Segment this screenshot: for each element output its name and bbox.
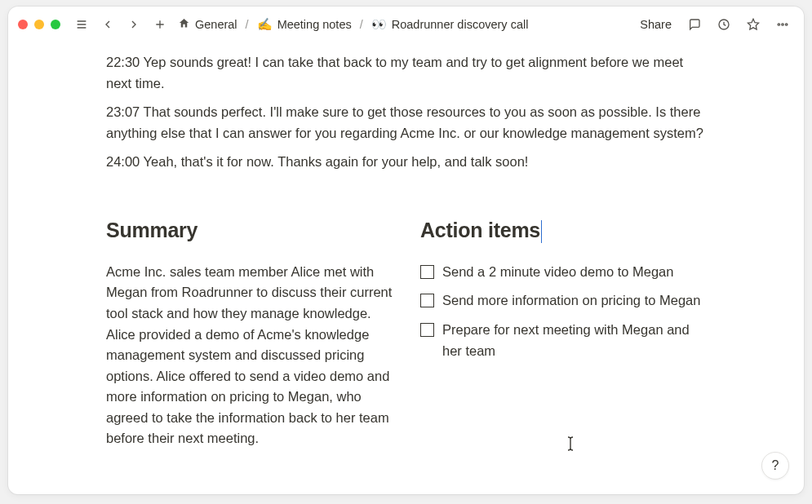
nav-back-button[interactable] bbox=[98, 15, 118, 34]
svg-point-8 bbox=[782, 24, 783, 25]
breadcrumb-label: Roadrunner discovery call bbox=[392, 18, 529, 31]
window-controls bbox=[18, 20, 60, 29]
help-label: ? bbox=[772, 458, 779, 473]
updates-button[interactable] bbox=[714, 15, 734, 34]
transcript-line[interactable]: 22:30 Yep sounds great! I can take that … bbox=[106, 52, 710, 94]
breadcrumb-label: Meeting notes bbox=[277, 18, 352, 31]
todo-list: Send a 2 minute video demo to Megan Send… bbox=[420, 262, 710, 361]
more-button[interactable] bbox=[773, 15, 792, 34]
comments-button[interactable] bbox=[685, 15, 704, 34]
share-button[interactable]: Share bbox=[637, 15, 675, 34]
writing-hand-icon: ✍️ bbox=[257, 17, 273, 32]
transcript-line[interactable]: 24:00 Yeah, that's it for now. Thanks ag… bbox=[106, 152, 710, 173]
help-button[interactable]: ? bbox=[761, 452, 789, 480]
favorite-button[interactable] bbox=[743, 15, 763, 34]
columns: Summary Acme Inc. sales team member Alic… bbox=[106, 219, 710, 449]
svg-point-7 bbox=[778, 24, 779, 25]
app-window: General / ✍️ Meeting notes / 👀 Roadrunne… bbox=[8, 7, 804, 494]
breadcrumb-label: General bbox=[195, 18, 237, 31]
summary-body[interactable]: Acme Inc. sales team member Alice met wi… bbox=[106, 262, 396, 449]
svg-point-9 bbox=[785, 24, 787, 25]
breadcrumb-separator: / bbox=[242, 18, 252, 31]
breadcrumb-item-meeting-notes[interactable]: ✍️ Meeting notes bbox=[255, 15, 353, 33]
topbar: General / ✍️ Meeting notes / 👀 Roadrunne… bbox=[8, 7, 804, 42]
text-caret bbox=[541, 220, 543, 243]
breadcrumb-separator: / bbox=[357, 18, 366, 31]
checkbox[interactable] bbox=[420, 323, 434, 337]
checkbox[interactable] bbox=[420, 265, 434, 279]
action-items-heading[interactable]: Action items bbox=[420, 219, 540, 242]
sidebar-toggle-button[interactable] bbox=[72, 15, 91, 34]
todo-label[interactable]: Prepare for next meeting with Megan and … bbox=[442, 320, 710, 361]
todo-item[interactable]: Send a 2 minute video demo to Megan bbox=[420, 262, 710, 283]
page-content[interactable]: 22:30 Yep sounds great! I can take that … bbox=[8, 42, 804, 494]
checkbox[interactable] bbox=[420, 294, 434, 307]
window-close-button[interactable] bbox=[18, 20, 28, 29]
window-minimize-button[interactable] bbox=[34, 20, 44, 29]
todo-item[interactable]: Send more information on pricing to Mega… bbox=[420, 290, 710, 312]
nav-forward-button[interactable] bbox=[124, 15, 144, 34]
topbar-right-actions: Share bbox=[637, 15, 792, 34]
breadcrumb-item-current-page[interactable]: 👀 Roadrunner discovery call bbox=[370, 15, 530, 33]
todo-label[interactable]: Send more information on pricing to Mega… bbox=[442, 290, 700, 312]
todo-item[interactable]: Prepare for next meeting with Megan and … bbox=[420, 320, 710, 361]
breadcrumb-item-general[interactable]: General bbox=[176, 15, 239, 33]
eyes-icon: 👀 bbox=[371, 17, 387, 32]
transcript-line[interactable]: 23:07 That sounds perfect. I'll make sur… bbox=[106, 102, 710, 144]
action-items-column[interactable]: Action items Send a 2 minute video demo … bbox=[420, 219, 710, 449]
new-page-button[interactable] bbox=[150, 15, 170, 34]
summary-column[interactable]: Summary Acme Inc. sales team member Alic… bbox=[106, 219, 396, 449]
svg-marker-6 bbox=[748, 19, 758, 29]
todo-label[interactable]: Send a 2 minute video demo to Megan bbox=[442, 262, 673, 283]
home-icon bbox=[178, 17, 190, 32]
summary-heading[interactable]: Summary bbox=[106, 219, 197, 242]
window-zoom-button[interactable] bbox=[51, 20, 60, 29]
breadcrumb: General / ✍️ Meeting notes / 👀 Roadrunne… bbox=[176, 15, 530, 33]
action-items-heading-text: Action items bbox=[420, 219, 540, 241]
